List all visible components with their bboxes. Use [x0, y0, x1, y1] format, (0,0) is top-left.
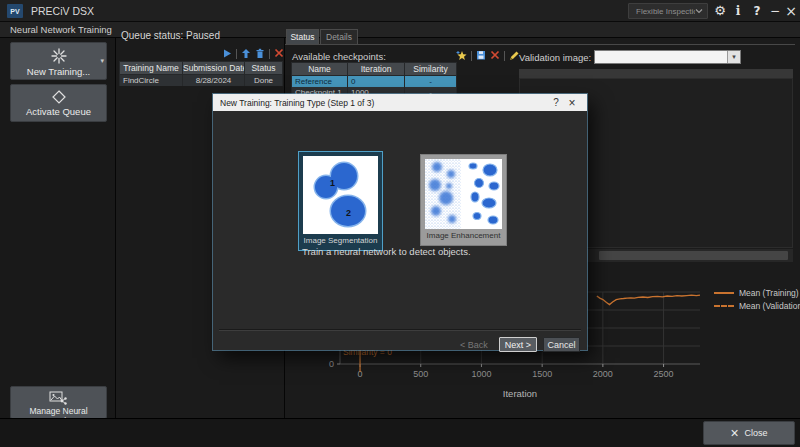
validation-image-value [595, 51, 727, 63]
column-header: Name [292, 63, 348, 76]
dialog-titlebar: New Training: Training Type (Step 1 of 3… [213, 94, 587, 111]
manage-networks-icon [49, 391, 68, 405]
checkpoint-save-icon[interactable] [476, 50, 486, 61]
cell-iteration: 0 [348, 76, 405, 87]
checkpoint-table-header: Name Iteration Similarity [292, 63, 457, 76]
blob-label-2: 2 [346, 208, 351, 218]
checkpoint-table: Name Iteration Similarity Reference 0 - … [291, 62, 457, 98]
dialog-separator [219, 329, 581, 331]
activate-queue-label: Activate Queue [26, 106, 91, 117]
dialog-help-button[interactable]: ? [548, 97, 564, 108]
bottom-bar [0, 418, 800, 447]
checkpoint-delete-icon[interactable] [490, 50, 500, 61]
tab-details[interactable]: Details [320, 29, 358, 44]
cell-similarity: - [405, 76, 457, 87]
checkpoint-new-icon[interactable] [456, 50, 467, 61]
legend-dashed-line [714, 305, 734, 307]
new-training-button[interactable]: New Training... ▾ [10, 42, 107, 80]
back-button[interactable]: < Back [455, 337, 493, 352]
option-image-segmentation[interactable]: 1 2 Image Segmentation [298, 151, 383, 251]
tab-status[interactable]: Status [286, 29, 319, 44]
settings-gear-icon[interactable]: ⚙ [711, 0, 729, 22]
dialog-body: 1 2 Image Segmentation [213, 111, 587, 350]
window-close-button[interactable]: × [783, 0, 799, 22]
activate-queue-button[interactable]: Activate Queue [10, 84, 107, 122]
queue-table-row[interactable]: FindCircle 8/28/2024 Done [120, 75, 283, 86]
dialog-close-button[interactable]: × [564, 96, 580, 110]
close-x-icon: × [730, 426, 738, 440]
next-button[interactable]: Next > [499, 337, 537, 352]
cell-status: Done [245, 75, 283, 86]
column-header: Training Name [120, 62, 183, 75]
queue-clear-icon[interactable] [274, 48, 284, 59]
dialog-title: New Training: Training Type (Step 1 of 3… [220, 98, 548, 108]
blob-label-1: 1 [330, 178, 335, 188]
svg-text:2000: 2000 [593, 369, 613, 379]
new-training-dialog: New Training: Training Type (Step 1 of 3… [213, 94, 587, 350]
toolbar-separator [269, 49, 270, 59]
image-enhancement-preview [425, 159, 502, 229]
cell-training-name: FindCircle [120, 75, 183, 86]
app-title: PRECiV DSX [31, 0, 94, 22]
queue-move-up-icon[interactable] [241, 48, 251, 59]
close-button[interactable]: × Close [703, 421, 795, 445]
info-icon[interactable]: i [731, 0, 745, 22]
column-header: Submission Date [183, 62, 245, 75]
legend-label: Mean (Validation) [739, 301, 800, 311]
queue-delete-icon[interactable] [255, 48, 265, 59]
combo-arrow-icon[interactable]: ▾ [727, 51, 740, 63]
column-header: Similarity [405, 63, 457, 76]
dialog-buttons: < Back Next > Cancel [455, 337, 580, 352]
window-label: Neural Network Training [10, 22, 112, 38]
svg-text:500: 500 [413, 369, 428, 379]
minimize-button[interactable]: − [767, 0, 783, 22]
column-header: Status [245, 62, 283, 75]
help-icon[interactable]: ? [749, 0, 765, 22]
new-training-menu-arrow[interactable]: ▾ [100, 57, 104, 65]
manage-networks-button[interactable]: Manage Neural Networks... [10, 386, 107, 419]
chart-legend: Mean (Training) Mean (Validation) [714, 286, 800, 312]
window-label-strip [0, 22, 800, 38]
queue-status-label: Queue status: Paused [121, 30, 220, 41]
legend-item-training: Mean (Training) [714, 286, 800, 299]
validation-image-select[interactable]: ▾ [594, 50, 741, 64]
validation-image-label: Validation image: [519, 52, 591, 63]
toolbar-separator [471, 51, 472, 61]
svg-text:1500: 1500 [532, 369, 552, 379]
image-segmentation-preview: 1 2 [303, 156, 378, 234]
queue-start-icon[interactable] [222, 48, 232, 59]
mode-select-dropdown[interactable]: Flexible Inspection [628, 3, 708, 19]
app-logo: PV [7, 4, 23, 18]
available-checkpoints-label: Available checkpoints: [292, 51, 386, 62]
toolbar-separator [504, 51, 505, 61]
checkpoint-toolbar [456, 50, 520, 61]
image-scrollbar-thumb[interactable] [599, 251, 788, 260]
app-window: PV PRECiV DSX Flexible Inspection ⚙ i ? … [0, 0, 800, 447]
queue-table-header: Training Name Submission Date Status [120, 62, 283, 75]
legend-label: Mean (Training) [739, 288, 799, 298]
image-area-header [519, 69, 793, 78]
svg-text:2500: 2500 [654, 369, 674, 379]
new-training-label: New Training... [27, 66, 90, 77]
checkpoint-row-reference[interactable]: Reference 0 - [292, 76, 457, 87]
panel-top-border [285, 44, 795, 45]
cancel-button[interactable]: Cancel [543, 337, 580, 352]
diamond-icon [52, 90, 66, 104]
tab-status-label: Status [290, 32, 314, 42]
queue-toolbar [222, 48, 284, 59]
tab-details-label: Details [326, 32, 352, 42]
dialog-description: Train a neural network to detect objects… [302, 246, 471, 257]
new-training-spark-icon [50, 48, 68, 64]
close-button-label: Close [745, 428, 768, 438]
column-header: Iteration [348, 63, 405, 76]
mode-select-value: Flexible Inspection [636, 7, 695, 16]
option-image-enhancement[interactable]: Image Enhancement [420, 154, 507, 246]
toolbar-separator [236, 49, 237, 59]
legend-item-validation: Mean (Validation) [714, 299, 800, 312]
chevron-down-icon [695, 8, 703, 14]
svg-text:Iteration: Iteration [503, 388, 537, 399]
cell-submission-date: 8/28/2024 [183, 75, 245, 86]
cell-name: Reference [292, 76, 348, 87]
svg-text:1000: 1000 [471, 369, 491, 379]
svg-text:0: 0 [329, 359, 334, 369]
